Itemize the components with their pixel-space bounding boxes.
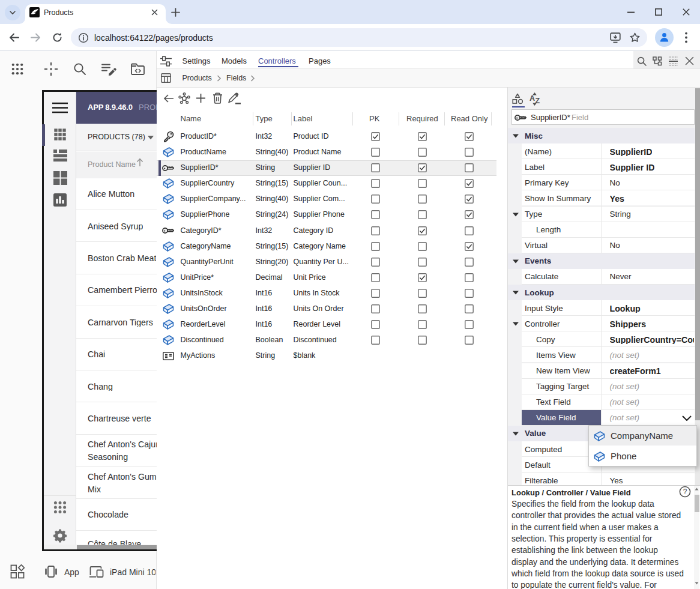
svg-text:?: ? (683, 488, 687, 496)
